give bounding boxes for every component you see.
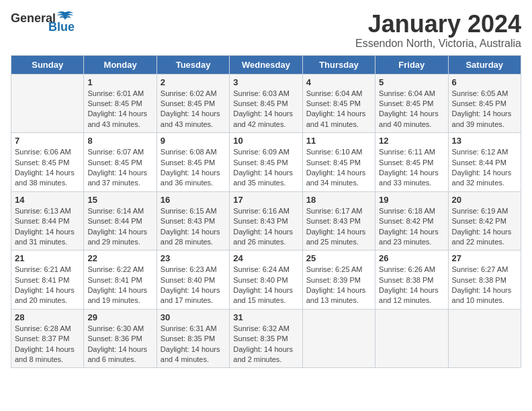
day-number: 9 — [161, 136, 226, 146]
calendar-cell: 25Sunrise: 6:25 AMSunset: 8:39 PMDayligh… — [302, 250, 375, 310]
day-number: 29 — [87, 312, 152, 322]
day-number: 31 — [233, 312, 298, 322]
calendar-cell: 9Sunrise: 6:08 AMSunset: 8:45 PMDaylight… — [157, 133, 229, 192]
calendar-cell: 17Sunrise: 6:16 AMSunset: 8:43 PMDayligh… — [230, 191, 302, 250]
day-info: Sunrise: 6:30 AMSunset: 8:36 PMDaylight:… — [87, 324, 152, 365]
day-info: Sunrise: 6:15 AMSunset: 8:43 PMDaylight:… — [161, 206, 226, 248]
calendar-cell: 23Sunrise: 6:23 AMSunset: 8:40 PMDayligh… — [157, 250, 229, 310]
calendar-cell: 19Sunrise: 6:18 AMSunset: 8:42 PMDayligh… — [375, 191, 448, 250]
calendar-title: January 2024 — [355, 11, 521, 38]
day-number: 19 — [379, 195, 444, 205]
day-number: 8 — [87, 136, 152, 146]
calendar-cell — [302, 309, 375, 368]
day-info: Sunrise: 6:23 AMSunset: 8:40 PMDaylight:… — [161, 265, 226, 306]
day-number: 20 — [452, 195, 517, 205]
calendar-cell: 10Sunrise: 6:09 AMSunset: 8:45 PMDayligh… — [230, 133, 302, 192]
calendar-cell: 13Sunrise: 6:12 AMSunset: 8:44 PMDayligh… — [448, 133, 521, 192]
calendar-cell: 29Sunrise: 6:30 AMSunset: 8:36 PMDayligh… — [84, 309, 157, 368]
calendar-cell: 15Sunrise: 6:14 AMSunset: 8:44 PMDayligh… — [84, 191, 157, 250]
calendar-cell: 4Sunrise: 6:04 AMSunset: 8:45 PMDaylight… — [302, 74, 375, 133]
calendar-cell: 6Sunrise: 6:05 AMSunset: 8:45 PMDaylight… — [448, 74, 521, 133]
day-header-tuesday: Tuesday — [157, 55, 229, 74]
day-header-wednesday: Wednesday — [230, 55, 302, 74]
day-number: 30 — [161, 312, 226, 322]
calendar-cell: 3Sunrise: 6:03 AMSunset: 8:45 PMDaylight… — [230, 74, 302, 133]
day-number: 27 — [452, 253, 517, 263]
day-info: Sunrise: 6:01 AMSunset: 8:45 PMDaylight:… — [87, 89, 152, 130]
logo: General Blue — [11, 11, 75, 34]
day-header-thursday: Thursday — [302, 55, 375, 74]
calendar-cell: 11Sunrise: 6:10 AMSunset: 8:45 PMDayligh… — [302, 133, 375, 192]
calendar-cell: 12Sunrise: 6:11 AMSunset: 8:45 PMDayligh… — [375, 133, 448, 192]
calendar-cell — [375, 309, 448, 368]
day-info: Sunrise: 6:19 AMSunset: 8:42 PMDaylight:… — [452, 206, 517, 248]
calendar-cell: 22Sunrise: 6:22 AMSunset: 8:41 PMDayligh… — [84, 250, 157, 310]
week-row-2: 7Sunrise: 6:06 AMSunset: 8:45 PMDaylight… — [11, 133, 521, 192]
day-number: 21 — [15, 253, 80, 263]
day-header-saturday: Saturday — [448, 55, 521, 74]
day-number: 2 — [161, 77, 226, 87]
week-row-5: 28Sunrise: 6:28 AMSunset: 8:37 PMDayligh… — [11, 309, 521, 368]
day-info: Sunrise: 6:10 AMSunset: 8:45 PMDaylight:… — [306, 147, 371, 189]
calendar-cell: 30Sunrise: 6:31 AMSunset: 8:35 PMDayligh… — [157, 309, 229, 368]
week-row-1: 1Sunrise: 6:01 AMSunset: 8:45 PMDaylight… — [11, 74, 521, 133]
calendar-cell: 7Sunrise: 6:06 AMSunset: 8:45 PMDaylight… — [11, 133, 84, 192]
calendar-cell: 27Sunrise: 6:27 AMSunset: 8:38 PMDayligh… — [448, 250, 521, 310]
day-info: Sunrise: 6:06 AMSunset: 8:45 PMDaylight:… — [15, 147, 80, 189]
calendar-cell: 24Sunrise: 6:24 AMSunset: 8:40 PMDayligh… — [230, 250, 302, 310]
day-number: 23 — [161, 253, 226, 263]
day-number: 18 — [306, 195, 371, 205]
day-info: Sunrise: 6:25 AMSunset: 8:39 PMDaylight:… — [306, 265, 371, 306]
day-number: 13 — [452, 136, 517, 146]
day-header-friday: Friday — [375, 55, 448, 74]
day-info: Sunrise: 6:14 AMSunset: 8:44 PMDaylight:… — [87, 206, 152, 248]
day-number: 7 — [15, 136, 80, 146]
calendar-table: SundayMondayTuesdayWednesdayThursdayFrid… — [11, 55, 521, 369]
day-number: 25 — [306, 253, 371, 263]
calendar-cell: 26Sunrise: 6:26 AMSunset: 8:38 PMDayligh… — [375, 250, 448, 310]
day-number: 26 — [379, 253, 444, 263]
calendar-cell: 20Sunrise: 6:19 AMSunset: 8:42 PMDayligh… — [448, 191, 521, 250]
calendar-cell: 31Sunrise: 6:32 AMSunset: 8:35 PMDayligh… — [230, 309, 302, 368]
day-number: 11 — [306, 136, 371, 146]
day-number: 10 — [233, 136, 298, 146]
day-number: 4 — [306, 77, 371, 87]
day-number: 16 — [161, 195, 226, 205]
calendar-cell: 16Sunrise: 6:15 AMSunset: 8:43 PMDayligh… — [157, 191, 229, 250]
title-section: January 2024 Essendon North, Victoria, A… — [355, 11, 521, 50]
day-info: Sunrise: 6:31 AMSunset: 8:35 PMDaylight:… — [161, 324, 226, 365]
day-info: Sunrise: 6:02 AMSunset: 8:45 PMDaylight:… — [161, 89, 226, 130]
day-info: Sunrise: 6:32 AMSunset: 8:35 PMDaylight:… — [233, 324, 298, 365]
day-info: Sunrise: 6:03 AMSunset: 8:45 PMDaylight:… — [233, 89, 298, 130]
calendar-cell: 18Sunrise: 6:17 AMSunset: 8:43 PMDayligh… — [302, 191, 375, 250]
calendar-cell: 14Sunrise: 6:13 AMSunset: 8:44 PMDayligh… — [11, 191, 84, 250]
day-info: Sunrise: 6:07 AMSunset: 8:45 PMDaylight:… — [87, 147, 152, 189]
calendar-cell: 5Sunrise: 6:04 AMSunset: 8:45 PMDaylight… — [375, 74, 448, 133]
day-number: 17 — [233, 195, 298, 205]
day-info: Sunrise: 6:04 AMSunset: 8:45 PMDaylight:… — [379, 89, 444, 130]
day-number: 14 — [15, 195, 80, 205]
day-number: 1 — [87, 77, 152, 87]
calendar-subtitle: Essendon North, Victoria, Australia — [355, 38, 521, 50]
day-info: Sunrise: 6:04 AMSunset: 8:45 PMDaylight:… — [306, 89, 371, 130]
day-number: 15 — [87, 195, 152, 205]
day-info: Sunrise: 6:18 AMSunset: 8:42 PMDaylight:… — [379, 206, 444, 248]
day-info: Sunrise: 6:12 AMSunset: 8:44 PMDaylight:… — [452, 147, 517, 189]
logo-blue: Blue — [48, 20, 75, 34]
day-info: Sunrise: 6:09 AMSunset: 8:45 PMDaylight:… — [233, 147, 298, 189]
calendar-cell: 1Sunrise: 6:01 AMSunset: 8:45 PMDaylight… — [84, 74, 157, 133]
day-info: Sunrise: 6:21 AMSunset: 8:41 PMDaylight:… — [15, 265, 80, 306]
day-number: 24 — [233, 253, 298, 263]
day-info: Sunrise: 6:13 AMSunset: 8:44 PMDaylight:… — [15, 206, 80, 248]
day-header-sunday: Sunday — [11, 55, 84, 74]
day-info: Sunrise: 6:26 AMSunset: 8:38 PMDaylight:… — [379, 265, 444, 306]
day-info: Sunrise: 6:28 AMSunset: 8:37 PMDaylight:… — [15, 324, 80, 365]
day-info: Sunrise: 6:05 AMSunset: 8:45 PMDaylight:… — [452, 89, 517, 130]
day-info: Sunrise: 6:24 AMSunset: 8:40 PMDaylight:… — [233, 265, 298, 306]
day-number: 5 — [379, 77, 444, 87]
week-row-3: 14Sunrise: 6:13 AMSunset: 8:44 PMDayligh… — [11, 191, 521, 250]
week-row-4: 21Sunrise: 6:21 AMSunset: 8:41 PMDayligh… — [11, 250, 521, 310]
day-number: 6 — [452, 77, 517, 87]
day-number: 3 — [233, 77, 298, 87]
day-number: 22 — [87, 253, 152, 263]
